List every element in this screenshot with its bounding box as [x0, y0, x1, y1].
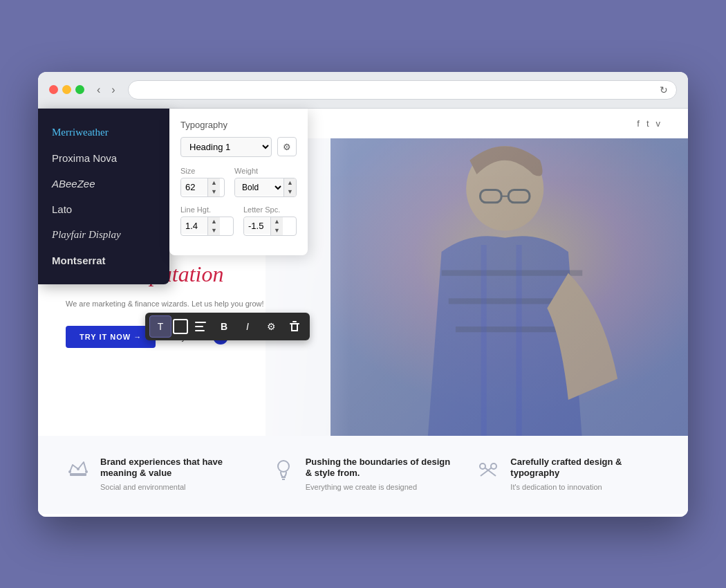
editor-toolbar: T B I ⚙	[145, 313, 310, 340]
url-bar[interactable]: ↻	[128, 80, 677, 100]
line-letter-row: Line Hgt. ▲ ▼ Letter Spc. ▲	[180, 205, 297, 236]
svg-rect-0	[195, 322, 206, 323]
forward-button[interactable]: ›	[107, 82, 119, 98]
letter-spacing-input-wrapper: ▲ ▼	[243, 217, 297, 236]
feature-title-2: Carefully crafted design & typography	[510, 457, 660, 480]
font-item-lato[interactable]: Lato	[38, 196, 169, 222]
weight-down[interactable]: ▼	[284, 187, 296, 196]
letter-spacing-up[interactable]: ▲	[271, 217, 283, 226]
align-tool-button[interactable]	[189, 315, 212, 338]
feature-text-1: Pushing the boundaries of design & style…	[306, 457, 456, 493]
line-height-input-wrapper: ▲ ▼	[180, 217, 234, 236]
weight-select[interactable]: Thin Light Regular Bold Black	[235, 179, 283, 196]
bulb-icon	[271, 457, 296, 481]
scissors-icon	[476, 457, 501, 481]
size-weight-row: Size ▲ ▼ Weight Thin Light	[180, 167, 297, 197]
settings-tool-button[interactable]: ⚙	[260, 315, 282, 338]
font-item-proxima[interactable]: Proxima Nova	[38, 145, 169, 171]
line-height-down[interactable]: ▼	[208, 226, 220, 235]
size-label: Size	[180, 167, 225, 175]
size-input-wrapper: ▲ ▼	[180, 178, 225, 197]
size-field-group: Size ▲ ▼	[180, 167, 225, 197]
feature-item-1: Pushing the boundaries of design & style…	[271, 457, 456, 493]
crown-icon	[66, 457, 91, 481]
hero-description: We are marketing & finance wizards. Let …	[66, 298, 303, 310]
twitter-icon[interactable]: t	[646, 118, 649, 129]
social-icons: f t v	[637, 118, 660, 129]
text-tool-button[interactable]: T	[149, 315, 171, 338]
font-item-abeezee[interactable]: ABeeZee	[38, 171, 169, 196]
size-input[interactable]	[181, 179, 207, 195]
feature-title-1: Pushing the boundaries of design & style…	[306, 457, 456, 480]
letter-spacing-group: Letter Spc. ▲ ▼	[243, 205, 297, 236]
browser-content: Merriweather Proxima Nova ABeeZee Lato P…	[38, 109, 688, 517]
cta-button[interactable]: TRY IT NOW →	[66, 326, 156, 348]
line-height-label: Line Hgt.	[180, 205, 234, 214]
feature-item-0: Brand experiences that have meaning & va…	[66, 457, 250, 493]
feature-desc-0: Social and environmental	[100, 482, 250, 493]
back-button[interactable]: ‹	[93, 82, 104, 98]
letter-spacing-label: Letter Spc.	[243, 205, 297, 214]
refresh-button[interactable]: ↻	[660, 84, 668, 95]
browser-window: ‹ › ↻ Merriweather Proxima Nova ABeeZee …	[38, 72, 688, 517]
italic-tool-button[interactable]: I	[236, 315, 259, 338]
line-height-input[interactable]	[181, 218, 207, 234]
weight-field-group: Weight Thin Light Regular Bold Black ▲ ▼	[234, 167, 297, 197]
feature-text-0: Brand experiences that have meaning & va…	[100, 457, 250, 493]
font-panel: Merriweather Proxima Nova ABeeZee Lato P…	[38, 109, 169, 284]
svg-rect-1	[195, 326, 203, 327]
feature-desc-2: It's dedication to innovation	[510, 482, 660, 493]
features-section: Brand experiences that have meaning & va…	[38, 436, 688, 514]
delete-tool-button[interactable]	[283, 315, 306, 338]
svg-rect-13	[70, 473, 86, 476]
weight-label: Weight	[234, 167, 297, 175]
line-height-up[interactable]: ▲	[208, 217, 220, 226]
nav-arrows: ‹ ›	[93, 82, 120, 98]
typography-panel-title: Typography	[180, 120, 297, 130]
letter-spacing-down[interactable]: ▼	[271, 226, 283, 235]
feature-desc-1: Everything we create is designed	[306, 482, 456, 493]
font-item-merriweather[interactable]: Merriweather	[38, 120, 169, 145]
facebook-icon[interactable]: f	[637, 118, 640, 129]
svg-rect-2	[195, 330, 205, 331]
heading-select[interactable]: Heading 1 Heading 2 Heading 3 Paragraph	[180, 137, 272, 157]
traffic-light-red[interactable]	[49, 85, 58, 94]
typography-panel: Typography Heading 1 Heading 2 Heading 3…	[169, 109, 308, 255]
vimeo-icon[interactable]: v	[656, 118, 661, 129]
size-up[interactable]: ▲	[208, 178, 220, 187]
svg-rect-4	[292, 321, 297, 322]
box-tool-button[interactable]	[173, 319, 188, 334]
heading-select-row: Heading 1 Heading 2 Heading 3 Paragraph …	[180, 137, 297, 157]
feature-text-2: Carefully crafted design & typography It…	[510, 457, 660, 493]
line-height-group: Line Hgt. ▲ ▼	[180, 205, 234, 236]
size-down[interactable]: ▼	[208, 187, 220, 196]
typography-settings-button[interactable]: ⚙	[277, 137, 297, 156]
svg-point-17	[278, 461, 289, 472]
feature-item-2: Carefully crafted design & typography It…	[476, 457, 660, 493]
feature-title-0: Brand experiences that have meaning & va…	[100, 457, 250, 480]
svg-point-14	[68, 470, 71, 473]
svg-point-16	[85, 470, 88, 473]
browser-bar: ‹ › ↻	[38, 72, 688, 109]
letter-spacing-input[interactable]	[244, 218, 270, 234]
bold-tool-button[interactable]: B	[213, 315, 235, 338]
traffic-lights	[49, 85, 84, 94]
traffic-light-green[interactable]	[75, 85, 84, 94]
font-item-montserrat[interactable]: Montserrat	[38, 248, 169, 273]
traffic-light-yellow[interactable]	[62, 85, 71, 94]
weight-input-wrapper: Thin Light Regular Bold Black ▲ ▼	[234, 178, 297, 197]
svg-rect-7	[291, 330, 298, 331]
font-item-playfair[interactable]: Playfair Display	[38, 222, 169, 248]
weight-up[interactable]: ▲	[284, 178, 296, 187]
svg-point-15	[77, 468, 80, 470]
